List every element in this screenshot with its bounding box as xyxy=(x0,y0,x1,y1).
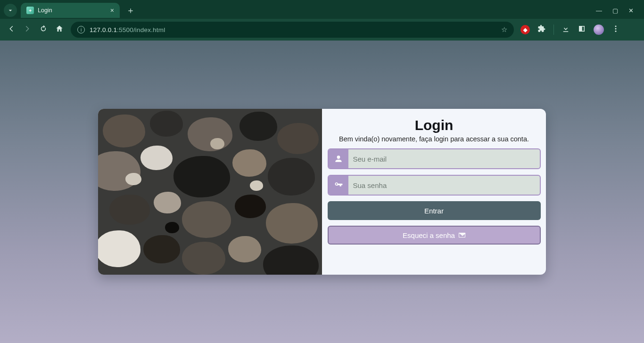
side-panel-button[interactable] xyxy=(578,24,586,35)
new-tab-button[interactable]: ＋ xyxy=(124,5,138,16)
browser-menu-button[interactable] xyxy=(611,24,620,35)
password-field-wrapper xyxy=(328,175,541,196)
tab-favicon-icon: ✦ xyxy=(26,7,34,14)
tab-title: Login xyxy=(38,7,107,14)
login-submit-button[interactable]: Entrar xyxy=(328,201,541,220)
window-close-button[interactable]: ✕ xyxy=(628,7,634,14)
extensions-button[interactable] xyxy=(537,24,546,35)
reload-icon xyxy=(39,24,48,33)
extension-badge-icon[interactable]: ◆ xyxy=(520,25,530,34)
kebab-icon xyxy=(611,24,620,33)
person-icon xyxy=(329,149,348,168)
nav-forward-button[interactable] xyxy=(23,24,32,35)
email-field-wrapper xyxy=(328,148,541,169)
login-submit-label: Entrar xyxy=(424,207,444,215)
nav-back-button[interactable] xyxy=(7,24,16,35)
home-icon xyxy=(55,24,64,33)
password-input[interactable] xyxy=(348,176,540,195)
download-icon xyxy=(561,24,570,33)
bookmark-star-button[interactable]: ☆ xyxy=(501,25,507,34)
hero-image xyxy=(98,109,322,275)
svg-point-1 xyxy=(615,28,617,30)
chevron-down-icon xyxy=(7,7,14,14)
window-maximize-button[interactable]: ▢ xyxy=(612,7,618,14)
profile-avatar-button[interactable] xyxy=(594,24,604,35)
window-minimize-button[interactable]: ― xyxy=(596,7,602,14)
site-info-icon[interactable]: i xyxy=(77,26,85,33)
arrow-left-icon xyxy=(7,24,16,33)
login-card: Login Bem vinda(o) novamente, faça login… xyxy=(98,109,546,275)
forgot-password-button[interactable]: Esqueci a senha xyxy=(328,226,541,245)
login-form: Login Bem vinda(o) novamente, faça login… xyxy=(322,109,546,275)
tab-strip: ✦ Login × ＋ ― ▢ ✕ xyxy=(0,0,644,19)
forgot-password-label: Esqueci a senha xyxy=(403,231,455,239)
toolbar-right: ◆ xyxy=(520,24,620,35)
close-icon[interactable]: × xyxy=(110,7,114,14)
url-host: 127.0.0.1 xyxy=(90,26,117,33)
nav-home-button[interactable] xyxy=(55,24,64,35)
toolbar-separator xyxy=(553,24,554,35)
page-viewport: Login Bem vinda(o) novamente, faça login… xyxy=(0,41,644,343)
login-subtitle: Bem vinda(o) novamente, faça login para … xyxy=(339,135,529,143)
browser-tab[interactable]: ✦ Login × xyxy=(21,3,120,18)
browser-chrome: ✦ Login × ＋ ― ▢ ✕ i 127.0.0.1:5500/index… xyxy=(0,0,644,41)
login-title: Login xyxy=(415,117,454,133)
browser-toolbar: i 127.0.0.1:5500/index.html ☆ ◆ xyxy=(0,19,644,41)
window-controls: ― ▢ ✕ xyxy=(596,7,640,14)
nav-reload-button[interactable] xyxy=(39,24,48,35)
url-path: /index.html xyxy=(133,26,165,33)
tab-search-button[interactable] xyxy=(4,4,17,17)
puzzle-icon xyxy=(537,24,546,33)
url-port: :5500 xyxy=(117,26,133,33)
arrow-right-icon xyxy=(23,24,32,33)
address-bar[interactable]: i 127.0.0.1:5500/index.html ☆ xyxy=(71,22,514,38)
svg-point-2 xyxy=(615,31,617,32)
key-icon xyxy=(329,176,348,195)
address-bar-url: 127.0.0.1:5500/index.html xyxy=(90,26,165,33)
svg-point-0 xyxy=(615,25,617,27)
panel-icon xyxy=(578,24,586,33)
email-input[interactable] xyxy=(348,149,540,168)
mail-icon xyxy=(459,233,465,237)
downloads-button[interactable] xyxy=(561,24,570,35)
